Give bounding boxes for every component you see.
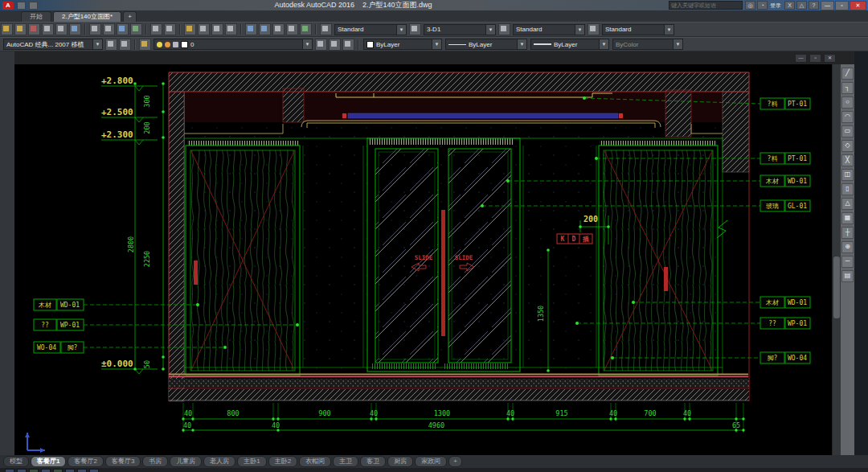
quick-access-dropdown-icon[interactable] — [29, 2, 38, 10]
layer-lock-icon[interactable] — [173, 42, 178, 47]
search-input[interactable] — [669, 1, 743, 10]
mleader-style-combo[interactable]: Standard▼ — [602, 24, 674, 35]
tab-layout-7[interactable]: 主卧1 — [237, 456, 266, 467]
draw-circle-icon[interactable]: ○ — [841, 96, 854, 109]
sheet-set-icon[interactable] — [286, 23, 298, 35]
workspace-settings-gear-icon[interactable] — [105, 39, 117, 51]
layer-on-bulb-icon[interactable] — [157, 42, 162, 47]
polar-toggle[interactable] — [41, 469, 51, 472]
table-style-icon[interactable] — [498, 23, 510, 35]
layer-properties-icon[interactable] — [139, 39, 151, 51]
modify-fillet-icon[interactable]: ▤ — [841, 270, 854, 282]
tab-model[interactable]: 模型 — [3, 456, 29, 467]
pan-icon[interactable] — [184, 23, 196, 35]
text-style-icon[interactable] — [320, 23, 332, 35]
ortho-toggle[interactable] — [29, 469, 39, 472]
tab-layout-9[interactable]: 衣帽间 — [299, 456, 331, 467]
new-icon[interactable] — [1, 23, 13, 35]
new-layout-button[interactable]: + — [448, 456, 462, 467]
copy-icon[interactable] — [103, 23, 115, 35]
tab-layout-6[interactable]: 老人房 — [203, 456, 235, 467]
plot-preview-icon[interactable] — [55, 23, 68, 35]
drawing-canvas[interactable]: SLIDE SLIDE — [14, 64, 832, 455]
user-icon[interactable]: ◔ — [757, 1, 768, 10]
tab-document[interactable]: 2.户型140立面图* — [53, 11, 121, 22]
design-center-icon[interactable] — [259, 23, 271, 35]
zoom-previous-icon[interactable] — [225, 23, 237, 35]
modify-trim-icon[interactable]: ─ — [841, 256, 854, 268]
color-combo[interactable]: ByLayer▼ — [363, 39, 442, 50]
scrollbar-thumb[interactable] — [833, 257, 840, 318]
workspace-combo[interactable]: AutoCAD 经典... 2007 移植▼ — [3, 39, 103, 50]
modify-offset-icon[interactable]: △ — [841, 198, 854, 210]
properties-icon[interactable] — [245, 23, 257, 35]
undo-icon[interactable] — [150, 23, 162, 35]
sign-in-label[interactable]: 登录 — [770, 2, 781, 10]
modify-array-icon[interactable]: ▦ — [841, 212, 854, 224]
modify-rotate-icon[interactable]: ⊕ — [841, 241, 854, 253]
lwt-toggle[interactable] — [89, 469, 99, 472]
linetype-combo[interactable]: ByLayer▼ — [445, 39, 527, 50]
cut-icon[interactable] — [89, 23, 101, 35]
layer-states-icon[interactable] — [342, 39, 354, 51]
close-button[interactable]: ✕ — [850, 1, 866, 10]
modify-copy-icon[interactable]: ◫ — [841, 169, 854, 181]
dim-style-icon[interactable] — [409, 23, 421, 35]
tab-layout-11[interactable]: 客卫 — [360, 456, 386, 467]
layer-freeze-sun-icon[interactable] — [165, 42, 170, 47]
dyn-toggle[interactable] — [77, 469, 87, 472]
tab-layout-4[interactable]: 书房 — [142, 456, 168, 467]
tab-layout-2[interactable]: 客餐厅2 — [68, 456, 103, 467]
plot-icon[interactable] — [42, 23, 54, 35]
modify-mirror-icon[interactable]: ▯ — [841, 183, 854, 195]
modify-erase-icon[interactable]: ╳ — [841, 154, 854, 166]
doc-close-button[interactable]: ✕ — [824, 54, 836, 63]
tab-layout-13[interactable]: 家政间 — [415, 456, 447, 467]
save-icon[interactable] — [28, 23, 40, 35]
mleader-style-icon[interactable] — [588, 23, 600, 35]
quick-access-icon[interactable] — [17, 2, 26, 10]
doc-minimize-button[interactable]: — — [795, 54, 807, 63]
osnap-toggle[interactable] — [53, 469, 63, 472]
tab-layout-10[interactable]: 主卫 — [333, 456, 358, 467]
minimize-button[interactable]: — — [821, 1, 834, 10]
grid-toggle[interactable] — [17, 469, 27, 472]
otrack-toggle[interactable] — [65, 469, 75, 472]
tab-layout-5[interactable]: 儿童房 — [170, 456, 202, 467]
dim-style-combo[interactable]: 3-D1▼ — [424, 24, 496, 35]
tab-layout-12[interactable]: 厨房 — [387, 456, 413, 467]
new-tab-button[interactable]: + — [123, 11, 137, 22]
tab-layout-1[interactable]: 客餐厅1 — [31, 456, 66, 467]
a360-icon[interactable]: △ — [796, 1, 807, 10]
exchange-icon[interactable]: X — [784, 1, 795, 10]
tool-palettes-icon[interactable] — [272, 23, 285, 35]
publish-icon[interactable] — [69, 23, 81, 35]
draw-polygon-icon[interactable]: ◇ — [841, 140, 854, 152]
tab-layout-8[interactable]: 主卧2 — [268, 456, 297, 467]
help-icon[interactable]: ? — [809, 1, 819, 10]
lineweight-combo[interactable]: ByLayer▼ — [530, 39, 609, 50]
zoom-window-icon[interactable] — [211, 23, 223, 35]
restore-button[interactable]: ▫ — [835, 1, 849, 10]
modify-move-icon[interactable]: ┼ — [841, 227, 854, 239]
text-style-combo[interactable]: Standard▼ — [334, 24, 407, 35]
draw-arc-icon[interactable]: ◠ — [841, 111, 854, 123]
layer-combo[interactable]: 0 ▼ — [154, 39, 313, 50]
app-menu-icon[interactable]: A — [2, 2, 14, 10]
open-icon[interactable] — [14, 23, 27, 35]
draw-line-icon[interactable]: ╱ — [841, 68, 854, 80]
workspace-save-icon[interactable] — [119, 39, 131, 51]
make-object-layer-current-icon[interactable] — [315, 39, 327, 51]
draw-polyline-icon[interactable]: ┐ — [841, 82, 854, 94]
zoom-realtime-icon[interactable] — [198, 23, 210, 35]
markup-icon[interactable] — [300, 23, 312, 35]
paste-icon[interactable] — [117, 23, 129, 35]
match-properties-icon[interactable] — [130, 23, 142, 35]
doc-restore-button[interactable]: ▫ — [809, 54, 821, 63]
draw-rectangle-icon[interactable]: ▭ — [841, 125, 854, 137]
layer-previous-icon[interactable] — [329, 39, 341, 51]
redo-icon[interactable] — [164, 23, 176, 35]
tab-layout-3[interactable]: 客餐厅3 — [105, 456, 141, 467]
search-icon[interactable]: ◎ — [745, 1, 755, 10]
table-style-combo[interactable]: Standard▼ — [513, 24, 585, 35]
